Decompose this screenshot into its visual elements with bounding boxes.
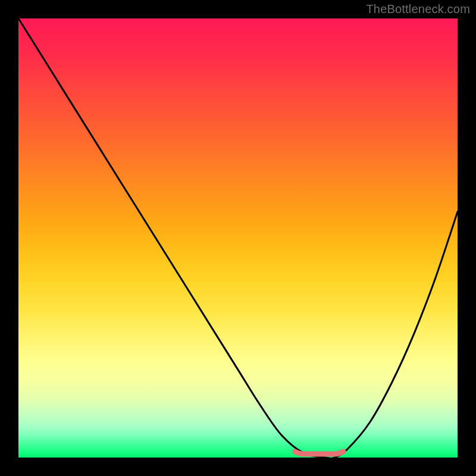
- optimal-range-path: [295, 452, 343, 454]
- bottleneck-curve: [18, 18, 458, 458]
- curve-path: [18, 18, 458, 458]
- chart-frame: TheBottleneck.com: [0, 0, 476, 476]
- chart-svg: [18, 18, 458, 458]
- optimal-range-marker: [295, 452, 343, 454]
- watermark-text: TheBottleneck.com: [366, 2, 470, 16]
- plot-area: [18, 18, 458, 458]
